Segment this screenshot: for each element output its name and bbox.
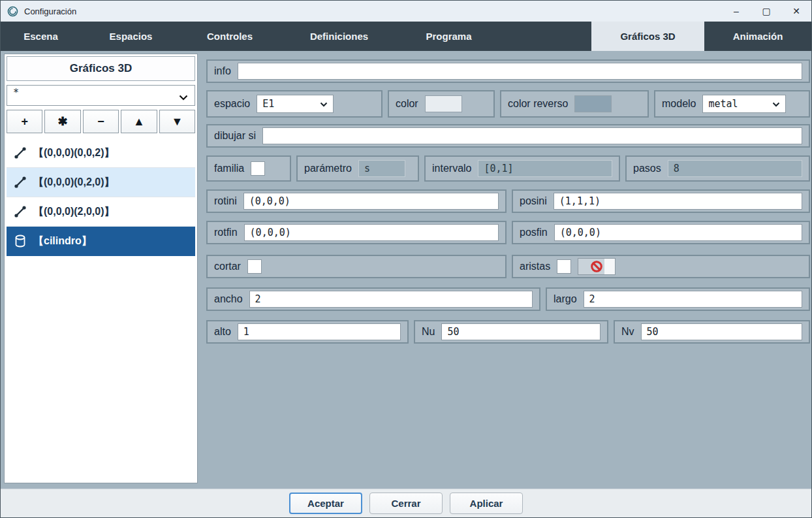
rotfin-input[interactable] <box>244 224 499 241</box>
color-reverso-label: color reverso <box>508 98 568 110</box>
list-item-label: 【(0,0,0)(2,0,0)】 <box>33 205 114 219</box>
no-sign-icon <box>590 260 603 273</box>
nv-input[interactable] <box>641 323 802 340</box>
list-item[interactable]: 【(0,0,0)(2,0,0)】 <box>7 197 195 227</box>
rotfin-label: rotfin <box>214 227 238 238</box>
rotini-input[interactable] <box>243 193 499 210</box>
info-row: info <box>206 59 810 83</box>
nu-label: Nu <box>422 326 435 338</box>
objects-panel: Gráficos 3D * + ✱ − ▲ ▼ 【(0,0,0)(0,0,2)】 <box>4 54 198 483</box>
ancho-row: ancho <box>206 287 540 311</box>
objects-list: 【(0,0,0)(0,0,2)】 【(0,0,0)(0,2,0)】 【(0,0,… <box>7 138 195 256</box>
maximize-button[interactable]: ▢ <box>751 1 781 22</box>
chevron-down-icon <box>320 98 328 110</box>
filter-value: * <box>13 87 19 99</box>
nu-row: Nu <box>414 320 608 344</box>
tab-definiciones[interactable]: Definiciones <box>279 22 399 51</box>
rotini-row: rotini <box>206 189 507 213</box>
dibujar-si-input[interactable] <box>262 127 802 144</box>
alto-row: alto <box>206 320 409 344</box>
window-title: Configuración <box>24 7 76 16</box>
pasos-group: pasos 8 <box>625 155 810 182</box>
color-swatch[interactable] <box>425 95 462 112</box>
apply-button[interactable]: Aplicar <box>450 493 523 514</box>
tab-animacion[interactable]: Animación <box>704 22 811 51</box>
cortar-checkbox[interactable] <box>247 259 262 274</box>
espacio-label: espacio <box>214 98 250 110</box>
objects-filter-dropdown[interactable]: * <box>7 85 195 106</box>
objects-toolbar: + ✱ − ▲ ▼ <box>7 110 195 133</box>
list-item-label: 【cilindro】 <box>33 235 92 248</box>
familia-label: familia <box>214 163 244 174</box>
pasos-field: 8 <box>668 160 802 177</box>
rotini-label: rotini <box>214 195 237 207</box>
espacio-group: espacio E1 <box>206 90 383 118</box>
espacio-dropdown[interactable]: E1 <box>257 95 334 113</box>
info-input[interactable] <box>238 63 802 80</box>
aristas-color-button[interactable] <box>578 258 616 275</box>
parametro-label: parámetro <box>304 163 352 174</box>
remove-button[interactable]: − <box>83 110 119 133</box>
modelo-dropdown[interactable]: metal <box>702 95 786 113</box>
intervalo-group: intervalo [0,1] <box>424 155 620 182</box>
aristas-label: aristas <box>520 261 550 272</box>
segment-icon <box>13 205 27 218</box>
objects-panel-header: Gráficos 3D <box>7 56 195 81</box>
pasos-label: pasos <box>633 163 661 174</box>
minimize-button[interactable]: – <box>721 1 751 22</box>
color-reverso-group: color reverso <box>500 90 649 118</box>
list-item-selected[interactable]: 【cilindro】 <box>7 227 195 256</box>
tab-programa[interactable]: Programa <box>399 22 498 51</box>
tab-spacer <box>498 22 591 51</box>
tab-espacios[interactable]: Espacios <box>81 22 181 51</box>
parametro-group: parámetro s <box>296 155 419 182</box>
cortar-label: cortar <box>214 261 241 272</box>
largo-row: largo <box>546 287 810 311</box>
move-up-button[interactable]: ▲ <box>121 110 157 133</box>
app-icon <box>7 6 18 17</box>
list-item[interactable]: 【(0,0,0)(0,0,2)】 <box>7 138 195 168</box>
nv-label: Nv <box>621 326 634 338</box>
close-button[interactable]: Cerrar <box>369 493 443 514</box>
cortar-group: cortar <box>206 255 507 278</box>
chevron-down-icon <box>179 91 188 103</box>
alto-input[interactable] <box>238 323 401 340</box>
parametro-field: s <box>358 160 405 177</box>
modelo-label: modelo <box>662 98 696 110</box>
list-item-label: 【(0,0,0)(0,0,2)】 <box>33 146 114 160</box>
window-controls: – ▢ ✕ <box>721 1 811 22</box>
largo-label: largo <box>554 293 577 305</box>
posini-input[interactable] <box>554 193 802 210</box>
posfin-row: posfin <box>512 221 810 244</box>
largo-input[interactable] <box>584 291 802 308</box>
list-item[interactable]: 【(0,0,0)(0,2,0)】 <box>7 168 195 197</box>
posfin-label: posfin <box>520 227 548 238</box>
ancho-input[interactable] <box>249 291 533 308</box>
familia-checkbox[interactable] <box>251 161 265 176</box>
posfin-input[interactable] <box>554 224 802 241</box>
tab-escena[interactable]: Escena <box>1 22 81 51</box>
aristas-checkbox[interactable] <box>557 259 571 274</box>
configuration-window: Configuración – ▢ ✕ Escena Espacios Cont… <box>0 0 812 518</box>
accept-button[interactable]: Aceptar <box>289 493 362 514</box>
new-button[interactable]: ✱ <box>44 110 80 133</box>
alto-label: alto <box>214 326 231 338</box>
tab-graficos-3d[interactable]: Gráficos 3D <box>591 22 704 51</box>
rotfin-row: rotfin <box>206 221 507 244</box>
color-reverso-swatch[interactable] <box>574 95 612 112</box>
add-button[interactable]: + <box>7 110 42 133</box>
aristas-group: aristas <box>512 255 810 278</box>
tab-controles[interactable]: Controles <box>181 22 279 51</box>
footer-bar: Aceptar Cerrar Aplicar <box>1 489 811 517</box>
posini-label: posini <box>520 195 547 207</box>
dibujar-si-label: dibujar si <box>214 130 256 142</box>
intervalo-label: intervalo <box>432 163 471 174</box>
intervalo-field: [0,1] <box>478 160 612 177</box>
close-icon[interactable]: ✕ <box>781 1 811 22</box>
move-down-button[interactable]: ▼ <box>159 110 195 133</box>
list-item-label: 【(0,0,0)(0,2,0)】 <box>33 176 114 189</box>
tab-bar: Escena Espacios Controles Definiciones P… <box>1 22 811 51</box>
nu-input[interactable] <box>441 323 601 340</box>
dibujar-si-row: dibujar si <box>206 124 810 148</box>
chevron-down-icon <box>772 98 780 110</box>
